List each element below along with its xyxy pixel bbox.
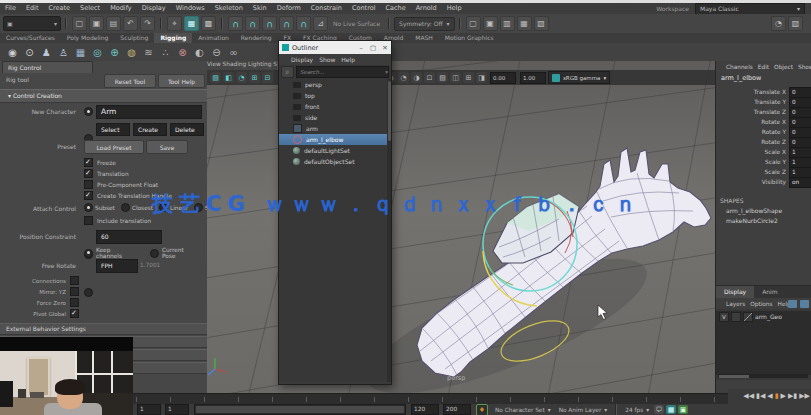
- layer-editor-tab[interactable]: Display: [716, 286, 754, 298]
- checkbox[interactable]: [70, 287, 79, 296]
- filter-icon[interactable]: ▾: [385, 67, 388, 77]
- checkbox[interactable]: [84, 158, 93, 167]
- editor-icon[interactable]: ▥: [500, 16, 515, 31]
- radio-button[interactable]: [121, 203, 130, 212]
- view-transform-dropdown[interactable]: sRGB gamma ▾: [548, 71, 610, 84]
- layer-display-type-toggle[interactable]: [743, 312, 753, 322]
- menu-item[interactable]: Skin: [248, 4, 272, 12]
- reset-tool-button[interactable]: Reset Tool: [104, 74, 156, 88]
- viewport-icon[interactable]: ⊡: [424, 72, 435, 83]
- make-live-icon[interactable]: ⊿: [313, 16, 328, 31]
- channel-row[interactable]: Scale Y 1: [716, 157, 811, 167]
- redo-icon[interactable]: ↷: [140, 16, 155, 31]
- playback-button[interactable]: ◀: [766, 390, 773, 402]
- radio-button[interactable]: [84, 288, 93, 297]
- outliner-scrollbar-thumb[interactable]: [388, 81, 391, 141]
- shape-node-name[interactable]: arm_l_elbowShape: [726, 207, 782, 214]
- outliner-item[interactable]: defaultLightSet: [279, 145, 387, 156]
- shelf-tab[interactable]: Motion Graphics: [439, 33, 500, 43]
- viewport-icon[interactable]: ▧: [437, 72, 448, 83]
- menu-item[interactable]: Modify: [105, 4, 137, 12]
- help-icon[interactable]: ◔: [771, 16, 786, 31]
- shelf-tab[interactable]: Rendering: [235, 33, 278, 43]
- undo-icon[interactable]: ↶: [123, 16, 138, 31]
- playback-button[interactable]: ▶▶: [798, 390, 811, 402]
- outliner-item[interactable]: front: [279, 101, 387, 112]
- outliner-menu-item[interactable]: Show: [319, 56, 335, 63]
- channel-box-menu-item[interactable]: Object: [774, 64, 793, 70]
- file-icon[interactable]: ▣: [89, 16, 104, 31]
- selection-mask-dropdown[interactable]: ▣ ▾: [3, 16, 61, 31]
- outliner-item[interactable]: defaultObjectSet: [279, 156, 387, 167]
- range-slider-fill[interactable]: [196, 406, 404, 413]
- mode-button[interactable]: Select: [96, 123, 130, 136]
- file-icon[interactable]: ▤: [106, 16, 121, 31]
- minimize-icon[interactable]: –: [355, 44, 367, 52]
- checkbox[interactable]: [84, 180, 93, 189]
- radio-button[interactable]: [84, 249, 93, 258]
- new-empty-layer-icon[interactable]: [788, 300, 797, 308]
- channel-row[interactable]: Scale Z 1: [716, 167, 811, 177]
- menu-item[interactable]: Deform: [272, 4, 306, 12]
- render-toggle-icon[interactable]: ▣: [678, 405, 688, 414]
- channel-row[interactable]: Scale X 1: [716, 147, 811, 157]
- viewport-icon[interactable]: ◔: [398, 72, 409, 83]
- shelf-icon[interactable]: ◍: [124, 45, 139, 60]
- shelf-icon[interactable]: ◐: [192, 45, 207, 60]
- active-tool-icon[interactable]: ▦: [184, 16, 199, 31]
- anim-layer-dropdown[interactable]: No Anim Layer ▾: [559, 407, 608, 413]
- shelf-icon[interactable]: ⊖: [209, 45, 224, 60]
- layer-visibility-toggle[interactable]: V: [719, 312, 729, 322]
- menu-item[interactable]: Edit: [21, 4, 44, 12]
- menu-item[interactable]: Constrain: [306, 4, 347, 12]
- outliner-search-input[interactable]: Search... ▾: [296, 66, 389, 78]
- outliner-item[interactable]: arm: [279, 123, 387, 134]
- viewport-icon[interactable]: ◑: [411, 72, 422, 83]
- workspace-dropdown[interactable]: Maya Classic ▾: [695, 3, 805, 15]
- mode-button[interactable]: Delete: [170, 123, 204, 136]
- range-slider[interactable]: [194, 404, 406, 415]
- script-editor-icon[interactable]: 🗩: [654, 405, 664, 414]
- menu-item[interactable]: Control: [347, 4, 381, 12]
- snap-curve-icon[interactable]: ∩: [245, 16, 260, 31]
- channel-row[interactable]: Translate Y 0: [716, 97, 811, 107]
- menu-item[interactable]: Display: [137, 4, 171, 12]
- load-preset-button[interactable]: Load Preset: [84, 140, 144, 154]
- character-set-dropdown[interactable]: No Character Set ▾: [495, 407, 551, 413]
- channel-value-field[interactable]: on: [789, 177, 811, 188]
- checkbox[interactable]: [84, 191, 93, 200]
- layer-scrollbar-thumb[interactable]: [719, 375, 749, 378]
- save-preset-button[interactable]: Save: [146, 140, 188, 154]
- checkbox[interactable]: [84, 216, 93, 225]
- menu-item[interactable]: File: [0, 4, 21, 12]
- close-icon[interactable]: ✕: [379, 44, 391, 52]
- channel-row[interactable]: Translate Z 0: [716, 107, 811, 117]
- shelf-tab[interactable]: Poly Modeling: [61, 33, 115, 43]
- snap-grid-icon[interactable]: ∩: [228, 16, 243, 31]
- maximize-icon[interactable]: ▢: [367, 44, 379, 52]
- viewport-icon[interactable]: ⊟: [262, 72, 273, 83]
- playback-button[interactable]: ▶: [780, 390, 787, 402]
- grid-toggle-icon[interactable]: ▦: [666, 405, 676, 414]
- outliner-menu-item[interactable]: Help: [341, 56, 355, 63]
- channel-box-menu-item[interactable]: Edit: [758, 64, 769, 70]
- checkbox[interactable]: [70, 309, 79, 318]
- snap-point-icon[interactable]: ∩: [262, 16, 277, 31]
- layer-editor-tab[interactable]: Anim: [754, 286, 785, 298]
- shelf-icon[interactable]: ∴: [158, 45, 173, 60]
- fps-dropdown[interactable]: 24 fps ▾: [625, 407, 649, 413]
- select-tool-icon[interactable]: ⌖: [167, 16, 182, 31]
- playback-start-field[interactable]: 1: [165, 404, 189, 415]
- shelf-icon[interactable]: ⊕: [107, 45, 122, 60]
- shelf-tab[interactable]: Rigging: [154, 33, 192, 43]
- selected-object-name[interactable]: arm_l_elbow: [721, 74, 761, 82]
- shelf-tab[interactable]: Animation: [192, 33, 235, 43]
- input-node-name[interactable]: makeNurbCircle2: [726, 217, 778, 224]
- shelf-icon[interactable]: ▦: [73, 45, 88, 60]
- outliner-item[interactable]: arm_l_elbow: [279, 134, 387, 145]
- channel-row[interactable]: Rotate X 0: [716, 117, 811, 127]
- free-rotate-field[interactable]: FPH: [96, 259, 138, 273]
- radio-button[interactable]: [150, 249, 159, 258]
- editor-icon[interactable]: ▣: [483, 16, 498, 31]
- section-header[interactable]: ▾ Control Creation: [0, 89, 215, 103]
